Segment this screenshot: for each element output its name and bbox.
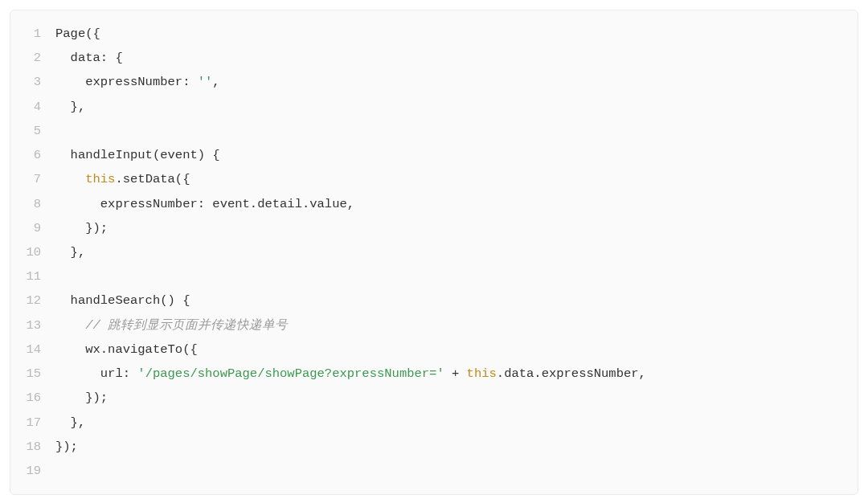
code-content: this.setData({ [55, 167, 190, 191]
code-line: 12 handleSearch() { [10, 288, 858, 313]
token-plain: expressNumber: [55, 75, 198, 89]
line-number: 3 [10, 70, 55, 94]
code-line: 1Page({ [10, 22, 858, 46]
token-plain: handleInput(event) { [55, 148, 220, 162]
token-comment: // 跳转到显示页面并传递快递单号 [85, 318, 288, 333]
code-line: 19 [10, 459, 858, 483]
code-line: 6 handleInput(event) { [10, 143, 858, 167]
code-content: wx.navigateTo({ [55, 337, 198, 362]
token-string: '' [198, 75, 213, 89]
token-plain: }); [55, 221, 108, 235]
code-content: data: { [55, 46, 123, 70]
code-content: }); [55, 216, 108, 240]
token-plain: }); [55, 391, 108, 405]
line-number: 19 [10, 459, 55, 483]
code-line: 16 }); [10, 386, 858, 410]
code-content: Page({ [55, 22, 100, 46]
code-line: 15 url: '/pages/showPage/showPage?expres… [10, 362, 858, 386]
token-keyword: this [467, 366, 497, 381]
code-line: 8 expressNumber: event.detail.value, [10, 192, 858, 216]
code-content: expressNumber: event.detail.value, [55, 192, 354, 216]
line-number: 4 [10, 95, 55, 119]
line-number: 7 [10, 167, 55, 191]
code-line: 14 wx.navigateTo({ [10, 337, 858, 362]
line-number: 2 [10, 46, 55, 70]
code-line: 13 // 跳转到显示页面并传递快递单号 [10, 313, 858, 337]
code-block: 1Page({2 data: {3 expressNumber: '',4 },… [10, 10, 858, 495]
code-content: }, [55, 240, 85, 264]
code-line: 18}); [10, 435, 858, 459]
line-number: 12 [10, 288, 55, 313]
token-plain: handleSearch() { [55, 293, 190, 308]
token-plain: }); [55, 440, 78, 454]
line-number: 9 [10, 216, 55, 240]
code-line: 9 }); [10, 216, 858, 240]
token-plain: expressNumber: event.detail.value, [55, 197, 354, 211]
code-content: url: '/pages/showPage/showPage?expressNu… [55, 362, 646, 386]
code-content: expressNumber: '', [55, 70, 220, 94]
token-plain: }, [55, 415, 85, 430]
code-line: 2 data: { [10, 46, 858, 70]
code-line: 11 [10, 264, 858, 288]
code-content: }, [55, 411, 85, 435]
line-number: 6 [10, 143, 55, 167]
line-number: 18 [10, 435, 55, 459]
line-number: 5 [10, 119, 55, 143]
token-plain: }, [55, 100, 85, 114]
token-plain: + [444, 366, 467, 381]
token-plain: data: { [55, 51, 123, 65]
code-content: // 跳转到显示页面并传递快递单号 [55, 313, 288, 337]
code-content: }, [55, 95, 85, 119]
token-plain: , [212, 75, 219, 89]
token-string: '/pages/showPage/showPage?expressNumber=… [137, 366, 444, 381]
code-line: 4 }, [10, 95, 858, 119]
line-number: 17 [10, 411, 55, 435]
token-plain: url: [55, 366, 137, 381]
line-number: 11 [10, 264, 55, 288]
token-plain: wx.navigateTo({ [55, 342, 198, 357]
line-number: 10 [10, 240, 55, 264]
code-content: }); [55, 386, 108, 410]
token-plain [55, 172, 85, 186]
token-plain: .setData({ [115, 172, 190, 186]
token-plain [55, 318, 85, 333]
code-line: 5 [10, 119, 858, 143]
line-number: 8 [10, 192, 55, 216]
token-plain: }, [55, 245, 85, 260]
code-content: handleSearch() { [55, 288, 190, 313]
code-content: }); [55, 435, 78, 459]
code-line: 17 }, [10, 411, 858, 435]
line-number: 16 [10, 386, 55, 410]
token-plain: Page({ [55, 27, 100, 41]
code-line: 7 this.setData({ [10, 167, 858, 191]
line-number: 1 [10, 22, 55, 46]
code-line: 3 expressNumber: '', [10, 70, 858, 94]
code-line: 10 }, [10, 240, 858, 264]
line-number: 15 [10, 362, 55, 386]
token-plain: .data.expressNumber, [497, 366, 646, 381]
code-content: handleInput(event) { [55, 143, 220, 167]
line-number: 13 [10, 313, 55, 337]
line-number: 14 [10, 337, 55, 362]
token-keyword: this [85, 172, 115, 186]
